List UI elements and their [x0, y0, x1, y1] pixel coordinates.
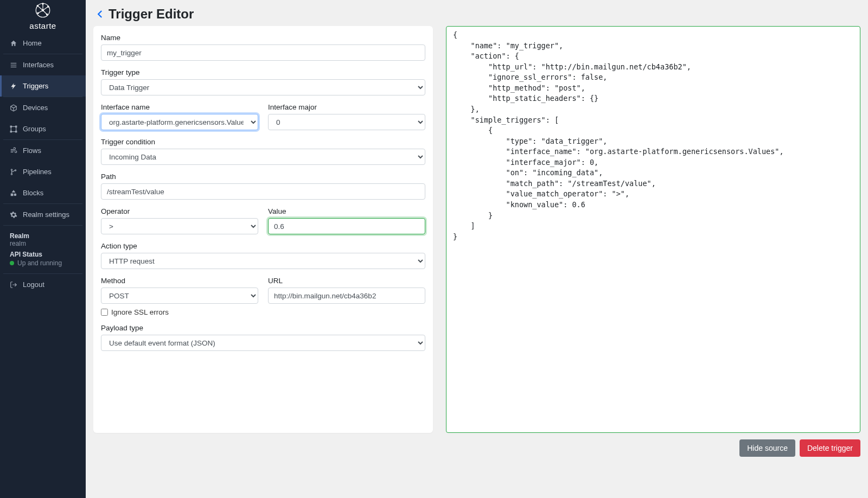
sidebar-item-flows[interactable]: Flows: [0, 140, 86, 161]
svg-point-7: [37, 12, 39, 14]
interface-name-label: Interface name: [101, 103, 258, 111]
name-input[interactable]: [101, 44, 425, 61]
source-json-view[interactable]: { "name": "my_trigger", "action": { "htt…: [446, 26, 860, 433]
svg-marker-23: [12, 190, 16, 193]
svg-point-21: [11, 173, 12, 174]
api-status-label: API Status: [10, 251, 76, 258]
url-input[interactable]: [268, 288, 425, 304]
sidebar-item-home[interactable]: Home: [0, 33, 86, 54]
page-title: Trigger Editor: [108, 7, 194, 22]
logout-icon: [10, 281, 17, 289]
svg-rect-12: [11, 62, 17, 63]
trigger-condition-label: Trigger condition: [101, 138, 425, 146]
brand-logo: astarte: [0, 0, 86, 33]
method-label: Method: [101, 277, 258, 285]
value-label: Value: [268, 207, 425, 215]
bounding-box-icon: [10, 125, 17, 133]
svg-line-2: [37, 6, 43, 10]
sidebar-item-label: Home: [23, 39, 42, 47]
svg-rect-14: [11, 66, 17, 67]
sidebar-item-label: Flows: [23, 146, 41, 155]
path-label: Path: [101, 173, 425, 181]
action-type-select[interactable]: HTTP request: [101, 253, 425, 269]
sidebar-item-label: Devices: [23, 104, 48, 112]
svg-rect-16: [10, 126, 11, 127]
svg-point-25: [14, 193, 17, 196]
realm-label: Realm: [10, 232, 76, 240]
name-label: Name: [101, 34, 425, 42]
wind-icon: [10, 147, 17, 155]
brand-name: astarte: [29, 21, 56, 30]
svg-rect-13: [11, 65, 17, 65]
trigger-type-select[interactable]: Data Trigger: [101, 79, 425, 95]
sidebar-item-label: Interfaces: [23, 61, 54, 69]
svg-point-11: [42, 3, 43, 4]
sidebar-item-realm-settings[interactable]: Realm settings: [0, 204, 86, 225]
method-select[interactable]: POST: [101, 288, 258, 304]
sidebar-item-label: Groups: [23, 125, 46, 133]
sidebar-item-pipelines[interactable]: Pipelines: [0, 161, 86, 182]
bolt-icon: [10, 82, 17, 90]
sidebar-item-label: Blocks: [23, 189, 43, 197]
interface-name-select[interactable]: org.astarte-platform.genericsensors.Valu…: [101, 114, 258, 130]
svg-line-4: [43, 7, 48, 10]
sidebar-item-label: Realm settings: [23, 210, 69, 219]
shapes-icon: [10, 189, 17, 197]
sidebar-item-interfaces[interactable]: Interfaces: [0, 54, 86, 75]
sidebar-item-label: Logout: [23, 280, 44, 289]
realm-value: realm: [10, 240, 76, 247]
home-icon: [10, 40, 17, 47]
sidebar-item-label: Triggers: [23, 82, 48, 90]
interface-major-label: Interface major: [268, 103, 425, 111]
sidebar-item-devices[interactable]: Devices: [0, 97, 86, 118]
trigger-condition-select[interactable]: Incoming Data: [101, 149, 425, 165]
operator-select[interactable]: >: [101, 218, 258, 234]
svg-point-20: [11, 169, 12, 170]
svg-point-9: [46, 14, 47, 15]
svg-point-3: [37, 5, 38, 7]
trigger-form: Name Trigger type Data Trigger Interface…: [93, 26, 433, 433]
svg-rect-18: [10, 131, 11, 132]
payload-type-select[interactable]: Use default event format (JSON): [101, 335, 425, 351]
svg-point-5: [48, 6, 49, 7]
trigger-type-label: Trigger type: [101, 68, 425, 76]
ignore-ssl-checkbox[interactable]: [101, 309, 108, 316]
hide-source-button[interactable]: Hide source: [739, 439, 795, 457]
value-input[interactable]: [268, 218, 425, 234]
path-input[interactable]: [101, 183, 425, 200]
interface-major-select[interactable]: 0: [268, 114, 425, 130]
astarte-logo-icon: [35, 2, 51, 18]
api-status-value: Up and running: [17, 259, 62, 267]
action-type-label: Action type: [101, 242, 425, 250]
sidebar-item-groups[interactable]: Groups: [0, 118, 86, 139]
svg-rect-24: [11, 193, 14, 196]
operator-label: Operator: [101, 207, 258, 215]
delete-trigger-button[interactable]: Delete trigger: [800, 439, 860, 457]
svg-rect-19: [16, 131, 17, 132]
cube-icon: [10, 104, 17, 112]
list-icon: [10, 61, 17, 69]
sidebar-item-logout[interactable]: Logout: [0, 274, 86, 295]
gear-icon: [10, 211, 17, 219]
sidebar-item-label: Pipelines: [23, 168, 52, 176]
branch-icon: [10, 168, 17, 176]
sidebar: astarte Home Interfaces Triggers Devices…: [0, 0, 86, 498]
ignore-ssl-label: Ignore SSL errors: [111, 308, 169, 316]
back-chevron-icon[interactable]: [95, 8, 105, 21]
status-dot-icon: [10, 261, 14, 265]
payload-type-label: Payload type: [101, 324, 425, 332]
sidebar-item-triggers[interactable]: Triggers: [0, 75, 86, 97]
svg-rect-17: [16, 126, 17, 127]
url-label: URL: [268, 277, 425, 285]
sidebar-item-blocks[interactable]: Blocks: [0, 182, 86, 203]
